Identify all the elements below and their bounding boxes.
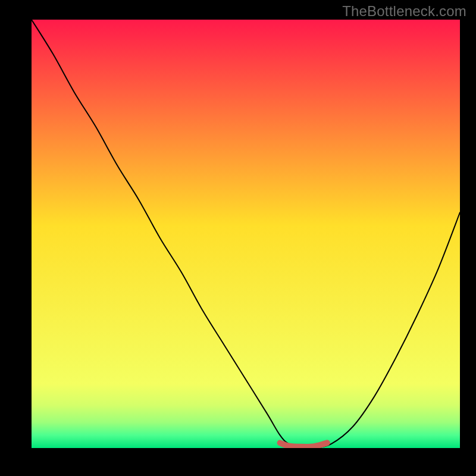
- bottleneck-chart: [32, 20, 460, 448]
- gradient-background: [32, 20, 460, 448]
- chart-frame: TheBottleneck.com: [0, 0, 476, 476]
- plot-area: [32, 20, 460, 448]
- watermark-text: TheBottleneck.com: [342, 3, 466, 20]
